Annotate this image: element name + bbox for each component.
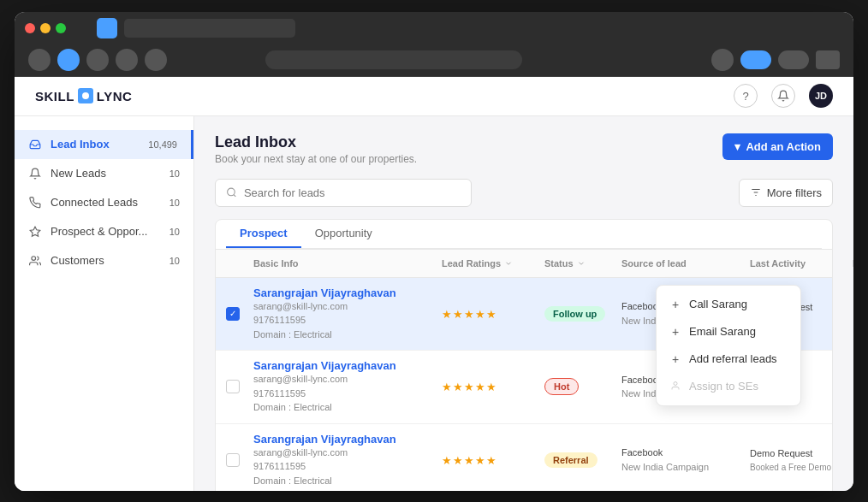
col-lead-ratings: Lead Ratings [442, 258, 544, 269]
tab-opportunity[interactable]: Opportunity [301, 220, 386, 248]
header-actions: ? JD [734, 84, 833, 108]
app-body: Lead Inbox 10,499 New Leads 10 [15, 116, 853, 491]
lead-rating: ★★★★★ [442, 454, 497, 467]
email-menu-icon: + [669, 325, 682, 339]
logo-text2: LYNC [97, 89, 132, 103]
col-checkbox [226, 258, 253, 269]
svg-marker-1 [30, 227, 40, 236]
sidebar-badge: 10 [169, 168, 180, 179]
nav-tab-2[interactable] [86, 49, 109, 71]
page-title: Lead Inbox [215, 133, 417, 151]
tabs-table-container: Prospect Opportunity Basic Info Lead Rat… [215, 219, 833, 491]
menu-item-call[interactable]: + Call Sarang [657, 291, 800, 318]
sidebar-item-customers[interactable]: Customers 10 [15, 246, 193, 275]
col-last-activity: Last Activity [750, 258, 853, 269]
lead-email: sarang@skill-lync.com [253, 372, 442, 387]
row-actions: ⋮ [853, 450, 853, 470]
notifications-button[interactable] [771, 84, 795, 108]
lead-phone: 9176111595 [253, 459, 442, 474]
row-more-button[interactable]: ⋮ [853, 376, 853, 397]
add-action-button[interactable]: ▾ Add an Action [722, 133, 833, 160]
lead-phone: 9176111595 [253, 387, 442, 401]
maximize-button[interactable] [56, 23, 66, 33]
lead-email: sarang@skill-lync.com [253, 446, 442, 460]
row-checkbox[interactable] [226, 380, 240, 393]
table-row: Sarangrajan Vijayraghavan sarang@skill-l… [216, 424, 832, 491]
sidebar-item-label: Prospect & Oppor... [51, 225, 161, 238]
nav-active-tab[interactable] [57, 49, 80, 71]
close-button[interactable] [25, 23, 35, 33]
tab-prospect[interactable]: Prospect [226, 220, 301, 248]
svg-point-2 [32, 256, 36, 260]
phone-icon [28, 196, 42, 210]
lead-campaign: New India Campaign [621, 460, 750, 475]
menu-item-referral[interactable]: + Add referral leads [657, 345, 800, 373]
nav-back-button[interactable] [28, 49, 51, 71]
tabs-header: Prospect Opportunity [216, 220, 832, 250]
lead-name: Sarangrajan Vijayraghavan [253, 286, 442, 299]
chevron-down-icon: ▾ [734, 140, 740, 153]
lead-domain: Domain : Electrical [253, 328, 442, 342]
lead-name: Sarangrajan Vijayraghavan [253, 433, 442, 446]
menu-item-email[interactable]: + Email Sarang [657, 318, 800, 345]
main-content: Lead Inbox Book your next stay at one of… [194, 116, 853, 491]
context-menu: + Call Sarang + Email Sarang + Add refer… [656, 285, 801, 406]
traffic-lights [25, 23, 66, 33]
sidebar-item-label: Connected Leads [51, 196, 161, 209]
sidebar-item-new-leads[interactable]: New Leads 10 [15, 159, 193, 188]
nav-tab-4[interactable] [145, 49, 167, 71]
last-activity-detail: Booked a Free Demo [750, 461, 853, 474]
table-header: Basic Info Lead Ratings Status Source of… [216, 250, 832, 278]
toolbar: More filters [215, 179, 833, 207]
search-bar[interactable] [215, 179, 472, 207]
status-badge: Referral [544, 452, 597, 468]
app-header: SKILL LYNC ? JD [15, 77, 853, 116]
lead-name: Sarangrajan Vijayraghavan [253, 359, 442, 372]
sidebar-item-label: New Leads [51, 167, 161, 180]
app-icon [97, 18, 117, 38]
nav-dash[interactable] [816, 50, 840, 69]
svg-point-0 [82, 92, 89, 99]
nav-extra-btn[interactable] [711, 49, 734, 71]
menu-item-assign[interactable]: Assign to SEs [657, 373, 800, 400]
avatar[interactable]: JD [809, 84, 833, 108]
row-checkbox[interactable] [226, 453, 240, 467]
app-content: SKILL LYNC ? JD [15, 77, 853, 491]
logo-text1: SKILL [35, 89, 74, 103]
sidebar-badge: 10 [169, 227, 180, 237]
sidebar-item-label: Customers [51, 254, 161, 267]
help-button[interactable]: ? [734, 84, 758, 108]
row-actions: ⋮ [853, 376, 853, 397]
search-input[interactable] [244, 186, 461, 199]
table-row: Sarangrajan Vijayraghavan sarang@skill-l… [216, 278, 832, 351]
nav-tab-3[interactable] [116, 49, 138, 71]
sidebar: Lead Inbox 10,499 New Leads 10 [15, 116, 194, 491]
inbox-icon [28, 138, 42, 151]
assign-menu-icon [669, 380, 682, 393]
address-bar[interactable] [124, 19, 295, 38]
phone-menu-icon: + [669, 298, 682, 311]
sidebar-item-lead-inbox[interactable]: Lead Inbox 10,499 [15, 130, 193, 159]
more-filters-button[interactable]: More filters [739, 179, 833, 207]
nav-outline-pill[interactable] [778, 50, 809, 69]
nav-user-pill[interactable] [740, 50, 771, 69]
sidebar-badge: 10,499 [148, 139, 177, 150]
lead-rating: ★★★★★ [442, 308, 497, 321]
sidebar-item-prospect[interactable]: Prospect & Oppor... 10 [15, 217, 193, 246]
search-icon [226, 186, 237, 198]
nav-bar [15, 44, 853, 77]
sidebar-item-connected-leads[interactable]: Connected Leads 10 [15, 188, 193, 217]
minimize-button[interactable] [40, 23, 51, 33]
col-basic-info: Basic Info [253, 258, 442, 269]
row-view-button[interactable] [853, 450, 853, 470]
lead-domain: Domain : Electrical [253, 474, 442, 488]
menu-item-label: Call Sarang [689, 298, 747, 310]
menu-item-label: Assign to SEs [689, 380, 758, 393]
row-checkbox[interactable] [226, 307, 240, 321]
referral-menu-icon: + [669, 352, 682, 366]
row-actions: ⋮ + Call Sarang + Email Sarang [853, 304, 853, 324]
row-more-button[interactable]: ⋮ [853, 304, 853, 324]
lead-source: Facebook [621, 446, 750, 460]
sidebar-badge: 10 [169, 256, 180, 266]
url-bar[interactable] [265, 50, 522, 69]
